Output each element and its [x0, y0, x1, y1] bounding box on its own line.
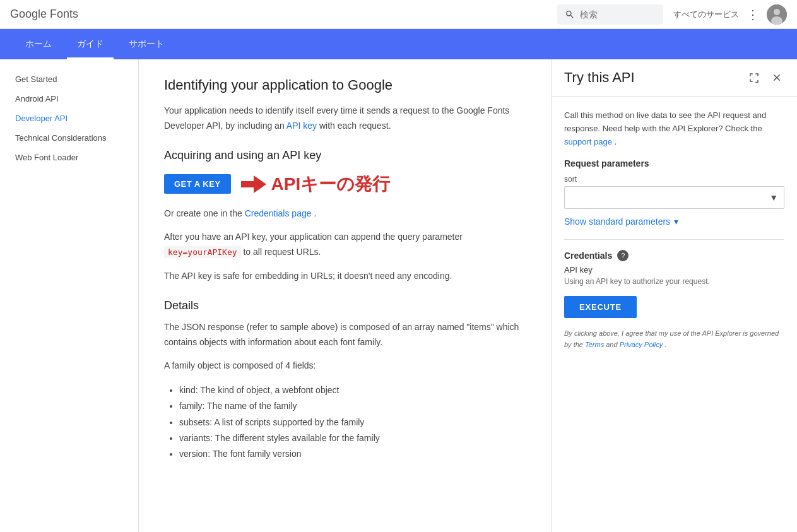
api-panel-body: Call this method on live data to see the…: [552, 97, 797, 364]
api-panel: Try this API Call this method on live da…: [551, 59, 797, 532]
sidebar-item-android-api[interactable]: Android API: [0, 89, 138, 109]
api-key-link[interactable]: API key: [286, 121, 317, 131]
credentials-header: Credentials ?: [564, 250, 784, 261]
sort-select-wrapper: alpha date popularity style trending ▼: [564, 186, 784, 209]
close-icon[interactable]: [769, 70, 784, 85]
legal-text: By clicking above, I agree that my use o…: [564, 328, 784, 350]
more-options-icon[interactable]: ⋮: [747, 7, 759, 22]
svg-point-1: [774, 9, 780, 15]
request-params-label: Request parameters: [564, 158, 784, 168]
sidebar-item-technical-considerations[interactable]: Technical Considerations: [0, 128, 138, 148]
details-p2: A family object is composed of 4 fields:: [164, 358, 526, 374]
header-right: すべてのサービス ⋮: [673, 4, 787, 25]
list-item: version: The font family version: [179, 446, 526, 462]
api-panel-title: Try this API: [564, 69, 747, 86]
list-item: subsets: A list of scripts supported by …: [179, 415, 526, 430]
support-link[interactable]: support page: [564, 137, 612, 146]
arrow-icon: [241, 175, 266, 193]
show-params-label: Show standard parameters: [564, 216, 670, 227]
credentials-paragraph: Or create one in the Credentials page .: [164, 206, 526, 222]
header: Google Fonts すべてのサービス ⋮: [0, 0, 797, 29]
list-item: family: The name of the family: [179, 398, 526, 414]
sidebar-item-developer-api[interactable]: Developer API: [0, 109, 138, 128]
details-heading: Details: [164, 299, 526, 312]
details-list: kind: The kind of object, a webfont obje…: [179, 382, 526, 462]
svg-marker-3: [241, 175, 266, 193]
subheading: Acquiring and using an API key: [164, 149, 526, 162]
credentials-title: Credentials: [564, 251, 612, 261]
intro-paragraph: Your application needs to identify itsel…: [164, 103, 526, 134]
nav-home[interactable]: ホーム: [15, 29, 62, 59]
main-content: Identifying your application to Google Y…: [139, 59, 551, 532]
credentials-section: Credentials ? API key Using an API key t…: [564, 250, 784, 350]
show-standard-params-button[interactable]: Show standard parameters ▾: [564, 216, 678, 227]
privacy-link[interactable]: Privacy Policy: [620, 341, 663, 348]
search-box[interactable]: [557, 4, 663, 25]
chevron-down-icon: ▾: [674, 216, 678, 227]
nav-support[interactable]: サポート: [119, 29, 174, 59]
search-input[interactable]: [580, 9, 656, 20]
api-panel-header: Try this API: [552, 59, 797, 97]
safe-note: The API key is safe for embedding in URL…: [164, 269, 526, 284]
main-layout: Get Started Android API Developer API Te…: [0, 59, 797, 532]
get-key-area: GET A KEY APIキーの発行: [164, 172, 526, 196]
search-icon: [565, 9, 575, 20]
arrow-label: APIキーの発行: [241, 172, 391, 196]
avatar[interactable]: [767, 4, 787, 25]
code-snippet: key=yourAPIKey: [164, 246, 241, 258]
page-title: Identifying your application to Google: [164, 77, 526, 93]
api-description: Call this method on live data to see the…: [564, 109, 784, 148]
api-panel-icons: [747, 70, 784, 85]
nav-guide[interactable]: ガイド: [67, 29, 114, 59]
credentials-link[interactable]: Credentials page: [245, 208, 312, 218]
list-item: variants: The different styles available…: [179, 430, 526, 446]
terms-link[interactable]: Terms: [585, 341, 604, 348]
get-key-button[interactable]: GET A KEY: [164, 174, 231, 194]
sidebar: Get Started Android API Developer API Te…: [0, 59, 139, 532]
after-key-paragraph: After you have an API key, your applicat…: [164, 230, 526, 260]
divider: [564, 239, 784, 240]
sort-select[interactable]: alpha date popularity style trending: [564, 186, 784, 209]
arrow-text: APIキーの発行: [271, 172, 391, 196]
execute-button[interactable]: EXECUTE: [564, 296, 637, 318]
sort-label: sort: [564, 175, 784, 184]
api-key-label: API key: [564, 265, 784, 275]
expand-icon[interactable]: [747, 70, 762, 85]
sidebar-item-get-started[interactable]: Get Started: [0, 69, 138, 89]
details-p1: The JSON response (refer to sample above…: [164, 320, 526, 350]
help-icon[interactable]: ?: [617, 250, 629, 261]
main-nav: ホーム ガイド サポート: [0, 29, 797, 59]
app-logo: Google Fonts: [10, 8, 78, 21]
all-services-label[interactable]: すべてのサービス: [673, 9, 739, 20]
sidebar-item-web-font-loader[interactable]: Web Font Loader: [0, 148, 138, 167]
api-key-desc: Using an API key to authorize your reque…: [564, 277, 784, 286]
list-item: kind: The kind of object, a webfont obje…: [179, 382, 526, 398]
